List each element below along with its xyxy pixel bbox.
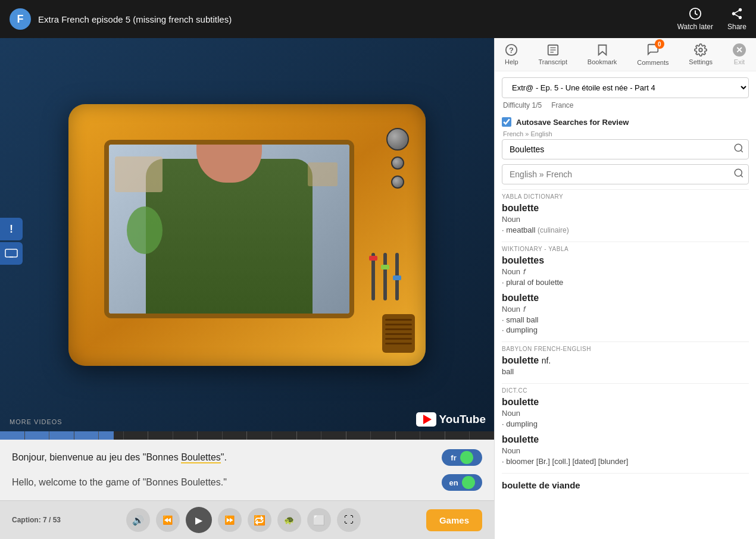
dict-extra-1: (culinaire) xyxy=(538,226,569,234)
dict-section-more: boulette de viande xyxy=(502,473,749,490)
autosave-label: Autosave Searches for Review xyxy=(516,118,629,127)
tv-knob-small1 xyxy=(391,156,404,170)
dict-nf: nf. xyxy=(542,356,551,365)
episode-select[interactable]: Extr@ - Ep. 5 - Une étoile est née - Par… xyxy=(502,77,749,98)
share-label: Share xyxy=(727,23,746,31)
header-left: F Extra French episode 5 (missing french… xyxy=(10,8,677,30)
dict-pos-4: Noun xyxy=(502,409,749,418)
svg-line-12 xyxy=(741,150,742,152)
youtube-triangle xyxy=(423,415,432,424)
video-title: Extra French episode 5 (missing french s… xyxy=(38,14,232,24)
nav-comments[interactable]: 0 Comments xyxy=(637,43,668,66)
dict-pos-1: Noun xyxy=(502,215,749,224)
bg-element2 xyxy=(308,162,338,186)
youtube-logo: YouTube xyxy=(416,412,486,427)
settings-label: Settings xyxy=(689,58,713,65)
controls-bar: Caption: 7 / 53 🔊 ⏪ ▶ ⏩ 🔁 🐢 ⬜ ⛶ Games xyxy=(0,500,494,539)
more-videos-label: MORE VIDEOS xyxy=(10,418,63,425)
video-panel: MORE VIDEOS YouTube ! xyxy=(0,38,494,539)
dict-section-babylon: BABYLON FRENCH-ENGLISH boulette nf. ball xyxy=(502,341,749,376)
autosave-row: Autosave Searches for Review xyxy=(502,117,749,127)
nav-transcript[interactable]: Transcript xyxy=(538,43,567,65)
repeat-button[interactable]: 🔁 xyxy=(248,508,271,532)
caption-fr-post: ". xyxy=(221,452,227,462)
caption-fr-row: Bonjour, bienvenue au jeu des "Bonnes Bo… xyxy=(12,447,482,472)
region-label: France xyxy=(551,101,573,109)
svg-point-10 xyxy=(699,48,702,52)
games-button[interactable]: Games xyxy=(426,509,482,531)
difficulty-label: Difficulty 1/5 xyxy=(503,101,542,109)
bookmark-icon xyxy=(596,43,609,57)
share-button[interactable]: Share xyxy=(727,7,746,31)
rewind-button[interactable]: ⏪ xyxy=(156,508,180,532)
video-area: MORE VIDEOS YouTube ! xyxy=(0,38,494,431)
en-lang-label: en xyxy=(449,478,458,487)
fr-lang-toggle[interactable]: fr xyxy=(442,449,482,466)
svg-line-14 xyxy=(741,175,742,177)
side-buttons: ! xyxy=(0,218,23,265)
en-lang-toggle[interactable]: en xyxy=(442,474,482,491)
exclaim-button[interactable]: ! xyxy=(0,218,23,240)
nav-bookmark[interactable]: Bookmark xyxy=(588,43,617,65)
dict-word-boulette4: boulette xyxy=(502,397,749,408)
fr-toggle-circle[interactable] xyxy=(460,451,473,464)
watch-later-button[interactable]: Watch later xyxy=(677,7,713,31)
search-fr-label: French » English xyxy=(502,130,749,137)
dict-source-dictcc: DICT.CC xyxy=(502,383,749,394)
right-sidebar: ? Help Transcript Bookmark 0 Comments xyxy=(494,38,756,539)
dict-def-1: · meatball (culinaire) xyxy=(502,225,749,234)
volume-button[interactable]: 🔊 xyxy=(126,508,150,532)
caption-info: Caption: 7 / 53 xyxy=(12,516,61,524)
fullscreen-button[interactable]: ⛶ xyxy=(337,508,361,532)
dict-word-boulette1: boulette xyxy=(502,203,749,214)
search-fr-icon xyxy=(733,143,744,153)
search-fr-input[interactable] xyxy=(502,139,749,159)
play-button[interactable]: ▶ xyxy=(186,507,212,533)
episode-selector: Extr@ - Ep. 5 - Une étoile est née - Par… xyxy=(495,71,756,115)
nav-help[interactable]: ? Help xyxy=(505,43,518,65)
meta-row: Difficulty 1/5 France xyxy=(502,98,749,112)
clock-icon xyxy=(689,7,702,20)
tv-controls xyxy=(386,128,409,189)
header-actions: Watch later Share xyxy=(677,7,746,31)
settings-icon xyxy=(694,43,707,57)
svg-point-11 xyxy=(735,144,742,151)
forward-button[interactable]: ⏩ xyxy=(218,508,242,532)
caption-en-row: Hello, welcome to the game of "Bonnes Bo… xyxy=(12,472,482,493)
dict-def-7: · bloomer [Br.] [coll.] [dated] [blunder… xyxy=(502,457,749,466)
tv-icon xyxy=(5,249,18,258)
dict-source-wikt: WIKTIONARY - YABLA xyxy=(502,242,749,252)
caption-area: Bonjour, bienvenue au jeu des "Bonnes Bo… xyxy=(0,440,494,500)
search-en-input[interactable] xyxy=(502,164,749,184)
exit-label: Exit xyxy=(734,58,745,65)
bowl xyxy=(127,206,163,254)
dict-gender-3: f xyxy=(523,305,526,314)
transcript-label: Transcript xyxy=(538,58,567,65)
en-toggle-circle[interactable] xyxy=(462,476,475,489)
search-fr-button[interactable] xyxy=(733,143,744,156)
slowmo-button[interactable]: 🐢 xyxy=(277,508,301,532)
bg-element xyxy=(115,156,163,192)
caption-highlighted: Boulettes xyxy=(181,452,221,463)
progress-bar[interactable] xyxy=(0,431,494,440)
dict-section-dictcc: DICT.CC boulette Noun · dumpling boulett… xyxy=(502,383,749,466)
nav-settings[interactable]: Settings xyxy=(689,43,713,65)
dict-def-6: · dumpling xyxy=(502,419,749,428)
autosave-checkbox[interactable] xyxy=(502,117,511,127)
retro-tv xyxy=(68,104,426,366)
dict-def-5: ball xyxy=(502,367,749,376)
progress-ticks xyxy=(0,431,494,440)
dict-section-yabla: YABLA DICTIONARY boulette Noun · meatbal… xyxy=(502,189,749,234)
dict-source-more xyxy=(502,473,749,477)
share-icon xyxy=(730,7,743,20)
sidebar-nav: ? Help Transcript Bookmark 0 Comments xyxy=(495,38,756,71)
dict-word-boulette3: boulette nf. xyxy=(502,355,749,366)
search-en-button[interactable] xyxy=(733,168,744,181)
transcript-icon xyxy=(546,43,560,57)
tv-screen-content xyxy=(109,145,349,314)
nav-exit[interactable]: ✕ Exit xyxy=(733,43,746,65)
dict-results: YABLA DICTIONARY boulette Noun · meatbal… xyxy=(495,189,756,502)
screen-button[interactable]: ⬜ xyxy=(307,508,331,532)
avatar: F xyxy=(10,8,31,30)
tv-button[interactable] xyxy=(0,242,23,265)
